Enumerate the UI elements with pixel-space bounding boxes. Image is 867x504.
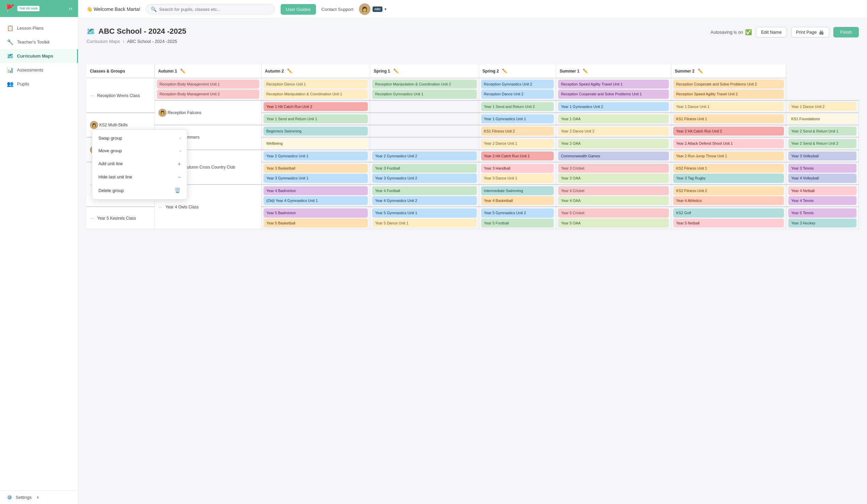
unit-cell[interactable]: Year 5 Dance Unit 1 [372,218,477,227]
unit-cell[interactable]: Year 3 Tag Rugby [673,174,784,183]
settings-item[interactable]: ⚙️ Settings ∧ [7,495,71,500]
unit-cell[interactable]: Year 2 Dance Unit 1 [481,139,554,148]
unit-cell[interactable]: Year 5 Tennis [788,208,856,217]
unit-cell[interactable]: KS1 Foundations [788,115,856,123]
unit-cell[interactable]: Year 3 Tennis [788,164,856,173]
sidebar-item-curriculum-maps[interactable]: 🗺️ Curriculum Maps [0,49,78,63]
unit-cell[interactable]: Reception Manipulation & Coordination Un… [372,80,477,88]
unit-cell[interactable]: Year 2 Send & Return Unit 2 [788,139,856,148]
unit-cell[interactable]: Reception Dance Unit 1 [264,80,368,88]
unit-cell[interactable]: Year 4 OAA [558,196,669,205]
unit-cell[interactable]: Year 1 Hit Catch Run Unit 2 [264,102,368,111]
unit-cell[interactable]: Year 4 Badminton [264,186,368,195]
edit-name-button[interactable]: Edit Name [756,27,787,37]
unit-cell[interactable]: Year 4 Basketball [481,196,554,205]
sidebar-item-teachers-toolkit[interactable]: 🔧 Teacher's Toolkit [0,35,78,49]
row-menu-icon[interactable]: ··· [90,215,94,221]
unit-cell[interactable]: Year 5 Badminton [264,208,368,217]
unit-cell[interactable]: Year 4 Athletics [673,196,784,205]
unit-cell[interactable]: Year 5 Basketball [264,218,368,227]
unit-cell[interactable]: Year 5 Gymnastics Unit 1 [372,208,477,217]
unit-cell[interactable]: KS2 Fitness Unit 1 [673,164,784,173]
spring2-edit-icon[interactable]: ✏️ [502,68,507,74]
unit-cell[interactable]: Year 2 OAA [558,139,669,148]
unit-cell[interactable]: Reception Body Management Unit 1 [157,80,259,88]
unit-cell[interactable]: Year 5 OAA [558,218,669,227]
print-page-button[interactable]: Print Page 🖨️ [791,27,829,37]
unit-cell[interactable]: Year 2 Gymnastics Unit 2 [372,151,477,160]
unit-cell[interactable]: Year 2 Attack Defend Shoot Unit 1 [673,139,784,148]
sidebar-item-lesson-plans[interactable]: 📋 Lesson Plans [0,21,78,35]
unit-cell[interactable]: Year 4 Cricket [558,186,669,195]
unit-cell[interactable]: Reception Speed Agility Travel Unit 2 [673,89,784,98]
unit-cell[interactable]: Intermediate Swimming [481,186,554,195]
row-menu-icon[interactable]: ··· [90,93,94,98]
unit-cell[interactable]: Year 1 Dance Unit 1 [673,102,784,111]
unit-cell[interactable]: Year 4 Gymnastics Unit 2 [372,196,477,205]
unit-cell[interactable]: Reception Gymnastics Unit 1 [372,89,477,98]
unit-cell[interactable]: Reception Gymnastics Unit 2 [481,80,554,88]
summer2-edit-icon[interactable]: ✏️ [698,68,703,74]
spring1-edit-icon[interactable]: ✏️ [393,68,399,74]
unit-cell[interactable]: Reception Speed Agility Travel Unit 1 [558,80,669,88]
summer1-edit-icon[interactable]: ✏️ [583,68,588,74]
unit-cell[interactable]: Reception Cooperate and Solve Problems U… [558,89,669,98]
context-menu-item-delete-group[interactable]: Delete group 🗑️ [92,184,187,197]
unit-cell[interactable]: Reception Manipulation & Coordination Un… [264,89,368,98]
unit-cell[interactable]: Year 3 Basketball [264,164,368,173]
unit-cell[interactable]: Year 3 Hockey [788,218,856,227]
unit-cell[interactable]: Year 3 Volleyball [788,151,856,160]
unit-cell[interactable]: Commonwealth Games [558,151,669,160]
unit-cell[interactable]: Year 5 Football [481,218,554,227]
autumn2-edit-icon[interactable]: ✏️ [287,68,292,74]
unit-cell[interactable]: KS1 Fitness Unit 2 [481,127,554,136]
unit-cell[interactable]: Year 3 Cricket [558,164,669,173]
autumn1-edit-icon[interactable]: ✏️ [180,68,185,74]
unit-cell[interactable]: Year 3 Gymnastics Unit 2 [372,174,477,183]
finish-button[interactable]: Finish [833,27,859,37]
unit-cell[interactable]: Year 2 Run Jump Throw Unit 1 [673,151,784,160]
context-menu-item-move-group[interactable]: Move group › [92,144,187,157]
unit-cell[interactable]: Year 1 Send and Return Unit 2 [481,102,554,111]
unit-cell[interactable]: Reception Dance Unit 2 [481,89,554,98]
unit-cell[interactable]: Year 2 Send & Return Unit 1 [788,127,856,136]
unit-cell[interactable]: (Old) Year 4 Gymnastics Unit 1 [264,196,368,205]
unit-cell[interactable]: Year 2 Hit Catch Run Unit 2 [673,127,784,136]
unit-cell[interactable]: Year 1 Gymnastics Unit 2 [558,102,669,111]
contact-support-link[interactable]: Contact Support [321,7,353,12]
unit-cell[interactable]: Year 4 Tennis [788,196,856,205]
context-menu-item-hide-last-unit[interactable]: Hide last unit line − [92,170,187,184]
unit-cell[interactable]: KS1 Fitness Unit 1 [673,115,784,123]
sidebar-item-assessments[interactable]: 📊 Assessments [0,63,78,77]
unit-cell[interactable]: KS2 Fitness Unit 2 [673,186,784,195]
search-bar[interactable]: 🔍 [146,4,275,14]
unit-cell[interactable]: Year 1 Send and Return Unit 1 [264,115,368,123]
unit-cell[interactable]: Year 1 Gymnastics Unit 1 [481,115,554,123]
unit-cell[interactable]: Reception Body Management Unit 2 [157,89,259,98]
unit-cell[interactable]: Year 2 Gymnastics Unit 1 [264,151,368,160]
unit-cell[interactable]: Year 4 Volleyball [788,174,856,183]
unit-cell[interactable]: Year 3 Gymnastics Unit 1 [264,174,368,183]
unit-cell[interactable]: Year 2 Dance Unit 2 [558,127,669,136]
unit-cell[interactable]: Year 1 OAA [558,115,669,123]
unit-cell[interactable]: Year 4 Netball [788,186,856,195]
unit-cell[interactable]: Year 3 Dance Unit 1 [481,174,554,183]
context-menu-item-add-unit-line[interactable]: Add unit line + [92,157,187,170]
row-menu-icon[interactable]: ··· [158,204,162,210]
unit-cell[interactable]: Year 5 Cricket [558,208,669,217]
unit-cell[interactable]: Year 5 Netball [673,218,784,227]
unit-cell[interactable]: Year 2 Hit Catch Run Unit 1 [481,151,554,160]
unit-cell[interactable]: Year 3 OAA [558,174,669,183]
unit-cell[interactable]: Reception Cooperate and Solve Problems U… [673,80,784,88]
unit-cell[interactable]: Year 3 Handball [481,164,554,173]
search-input[interactable] [159,7,270,12]
breadcrumb-root[interactable]: Curriculum Maps [86,39,120,44]
user-guides-button[interactable]: User Guides [281,4,316,15]
unit-cell[interactable]: Year 1 Dance Unit 2 [788,102,856,111]
unit-cell[interactable]: Year 3 Football [372,164,477,173]
unit-cell[interactable]: Year 4 Football [372,186,477,195]
unit-cell[interactable]: Wellbeing [264,139,368,148]
unit-cell[interactable]: Beginners Swimming [264,127,368,136]
context-menu-item-swap-group[interactable]: Swap group › [92,132,187,144]
sidebar-collapse-button[interactable]: ‹‹ [69,6,73,12]
